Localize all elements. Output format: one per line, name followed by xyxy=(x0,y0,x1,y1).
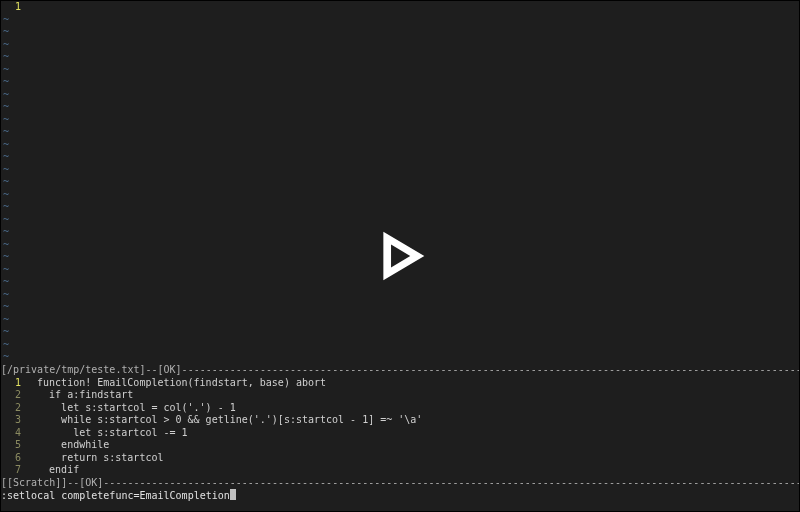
line-content: let s:startcol = col('.') - 1 xyxy=(25,402,236,413)
empty-line-marker: ~ xyxy=(1,151,799,164)
empty-line-marker: ~ xyxy=(1,76,799,89)
line-content: if a:findstart xyxy=(25,389,133,400)
empty-line-marker: ~ xyxy=(1,39,799,52)
line-content: endif xyxy=(25,464,79,475)
bottom-editor-pane[interactable]: 1 function! EmailCompletion(findstart, b… xyxy=(1,377,799,477)
empty-line-marker: ~ xyxy=(1,314,799,327)
line-number: 3 xyxy=(1,414,25,427)
play-icon xyxy=(368,224,432,288)
empty-line-marker: ~ xyxy=(1,289,799,302)
line-content: while s:startcol > 0 && getline('.')[s:s… xyxy=(25,414,422,425)
line-content: endwhile xyxy=(25,439,109,450)
top-editor-pane[interactable]: 1 ~~~~~~~~~~~~~~~~~~~~~~~~~~~~ xyxy=(1,1,799,364)
empty-line-marker: ~ xyxy=(1,339,799,352)
buffer-line: 1 function! EmailCompletion(findstart, b… xyxy=(1,377,799,390)
line-content: function! EmailCompletion(findstart, bas… xyxy=(25,377,326,388)
buffer-line: 1 xyxy=(1,1,799,14)
line-number: 5 xyxy=(1,439,25,452)
status-line-top: [/private/tmp/teste.txt]--[OK]----------… xyxy=(1,364,799,377)
cursor xyxy=(230,489,236,500)
empty-line-marker: ~ xyxy=(1,126,799,139)
command-line[interactable]: :setlocal completefunc=EmailCompletion xyxy=(1,489,799,502)
empty-line-marker: ~ xyxy=(1,51,799,64)
line-number: 4 xyxy=(1,427,25,440)
line-number: 6 xyxy=(1,452,25,465)
line-number-current: 1 xyxy=(1,1,25,14)
play-button[interactable] xyxy=(368,224,432,288)
buffer-line: 6 return s:startcol xyxy=(1,452,799,465)
buffer-line: 4 let s:startcol -= 1 xyxy=(1,427,799,440)
line-number: 7 xyxy=(1,464,25,477)
line-content: return s:startcol xyxy=(25,452,163,463)
buffer-line: 5 endwhile xyxy=(1,439,799,452)
empty-line-marker: ~ xyxy=(1,101,799,114)
empty-line-marker: ~ xyxy=(1,201,799,214)
status-line-bottom: [[Scratch]]--[OK]-----------------------… xyxy=(1,477,799,490)
line-number: 2 xyxy=(1,389,25,402)
empty-line-marker: ~ xyxy=(1,114,799,127)
line-content: let s:startcol -= 1 xyxy=(25,427,188,438)
buffer-line: 3 while s:startcol > 0 && getline('.')[s… xyxy=(1,414,799,427)
empty-line-marker: ~ xyxy=(1,301,799,314)
buffer-line: 2 if a:findstart xyxy=(1,389,799,402)
empty-line-marker: ~ xyxy=(1,351,799,364)
empty-line-marker: ~ xyxy=(1,164,799,177)
buffer-line: 2 let s:startcol = col('.') - 1 xyxy=(1,402,799,415)
empty-line-marker: ~ xyxy=(1,176,799,189)
buffer-line: 7 endif xyxy=(1,464,799,477)
command-text: :setlocal completefunc=EmailCompletion xyxy=(1,490,230,501)
empty-line-marker: ~ xyxy=(1,139,799,152)
empty-line-marker: ~ xyxy=(1,64,799,77)
empty-line-marker: ~ xyxy=(1,26,799,39)
empty-line-marker: ~ xyxy=(1,189,799,202)
line-number-current: 1 xyxy=(1,377,25,390)
line-number: 2 xyxy=(1,402,25,415)
empty-line-marker: ~ xyxy=(1,14,799,27)
empty-line-marker: ~ xyxy=(1,326,799,339)
empty-line-marker: ~ xyxy=(1,89,799,102)
terminal: 1 ~~~~~~~~~~~~~~~~~~~~~~~~~~~~ [/private… xyxy=(0,0,800,512)
